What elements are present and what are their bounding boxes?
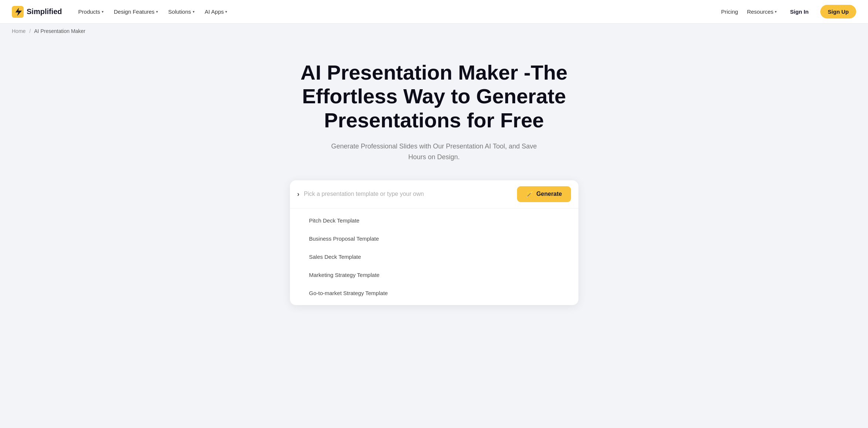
- logo-icon: [12, 6, 24, 18]
- nav-item-resources[interactable]: Resources ▾: [746, 6, 779, 18]
- nav-item-ai-apps[interactable]: AI Apps ▾: [200, 6, 232, 18]
- breadcrumb: Home / AI Presentation Maker: [0, 24, 868, 39]
- hero-title: AI Presentation Maker -The Effortless Wa…: [290, 61, 578, 132]
- chevron-right-icon: ›: [297, 190, 300, 198]
- logo-text: Simplified: [27, 7, 62, 16]
- nav-item-products[interactable]: Products ▾: [74, 6, 108, 18]
- nav-right: Pricing Resources ▾ Sign In Sign Up: [720, 5, 856, 19]
- breadcrumb-current: AI Presentation Maker: [34, 28, 85, 34]
- nav-item-pricing-label: Pricing: [721, 9, 738, 15]
- list-item[interactable]: Go-to-market Strategy Template: [290, 284, 578, 302]
- wand-icon: 🪄: [526, 191, 533, 198]
- list-item[interactable]: Business Proposal Template: [290, 230, 578, 248]
- nav-left: Products ▾ Design Features ▾ Solutions ▾…: [74, 6, 720, 18]
- nav-item-products-label: Products: [78, 9, 100, 15]
- nav-item-design-features[interactable]: Design Features ▾: [109, 6, 162, 18]
- template-list: Pitch Deck Template Business Proposal Te…: [290, 208, 578, 305]
- nav-item-solutions[interactable]: Solutions ▾: [164, 6, 199, 18]
- nav-item-ai-apps-label: AI Apps: [205, 9, 224, 15]
- generate-button[interactable]: 🪄 Generate: [517, 186, 571, 202]
- search-bar: › 🪄 Generate: [290, 180, 578, 208]
- list-item[interactable]: Sales Deck Template: [290, 248, 578, 266]
- nav-item-pricing[interactable]: Pricing: [720, 6, 740, 18]
- chevron-down-icon: ▾: [156, 10, 158, 14]
- nav-item-design-features-label: Design Features: [114, 9, 155, 15]
- list-item[interactable]: Pitch Deck Template: [290, 211, 578, 230]
- chevron-down-icon: ▾: [193, 10, 195, 14]
- navbar: Simplified Products ▾ Design Features ▾ …: [0, 0, 868, 24]
- search-container: › 🪄 Generate Pitch Deck Template Busines…: [290, 180, 578, 305]
- nav-item-resources-label: Resources: [747, 9, 774, 15]
- generate-label: Generate: [536, 191, 562, 197]
- breadcrumb-separator: /: [29, 28, 31, 34]
- hero-subtitle: Generate Professional Slides with Our Pr…: [323, 141, 545, 163]
- logo-link[interactable]: Simplified: [12, 6, 62, 18]
- chevron-down-icon: ▾: [775, 10, 777, 14]
- signup-button[interactable]: Sign Up: [820, 5, 856, 19]
- breadcrumb-home-link[interactable]: Home: [12, 28, 26, 34]
- nav-item-solutions-label: Solutions: [168, 9, 191, 15]
- chevron-down-icon: ▾: [225, 10, 227, 14]
- search-input[interactable]: [304, 191, 517, 197]
- main-content: AI Presentation Maker -The Effortless Wa…: [0, 39, 868, 335]
- chevron-down-icon: ▾: [102, 10, 104, 14]
- signin-button[interactable]: Sign In: [784, 6, 814, 18]
- list-item[interactable]: Marketing Strategy Template: [290, 266, 578, 284]
